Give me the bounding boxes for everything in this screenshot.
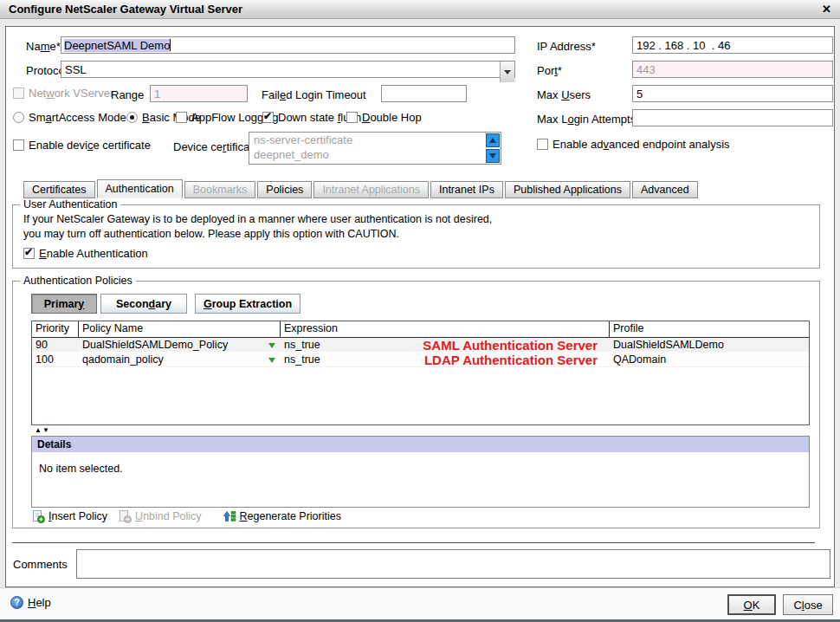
saml-annotation-text: SAML Authentication Server bbox=[423, 338, 610, 353]
tab-certificates[interactable]: Certificates bbox=[23, 181, 95, 198]
tab-intranet-ips[interactable]: Intranet IPs bbox=[430, 181, 503, 198]
splitter-handle[interactable]: ▲▼ bbox=[35, 427, 50, 434]
enable-advanced-endpoint-checkbox-box[interactable] bbox=[537, 139, 548, 150]
port-input bbox=[632, 61, 833, 78]
enable-authentication-checkbox-box[interactable] bbox=[23, 248, 35, 259]
protocol-value: SSL bbox=[65, 62, 87, 77]
authentication-policies-group: Authentication Policies Primary Secondar… bbox=[12, 281, 820, 528]
section-divider bbox=[12, 542, 815, 543]
smartaccess-mode-label: SmartAccess Mode bbox=[29, 111, 126, 124]
basic-mode-radio-circle[interactable] bbox=[126, 112, 138, 123]
enable-advanced-endpoint-checkbox[interactable]: Enable advanced endpoint analysis bbox=[537, 138, 730, 151]
unbind-policy-icon bbox=[118, 509, 132, 523]
title-bar: Configure NetScaler Gateway Virtual Serv… bbox=[0, 0, 840, 19]
double-hop-label: Double Hop bbox=[362, 111, 422, 124]
smartaccess-radio-circle[interactable] bbox=[13, 112, 24, 123]
policy-name-cell: DualShieldSAMLDemo_Policy bbox=[79, 339, 281, 352]
user-auth-warning-line2: you may turn off authentication below. P… bbox=[23, 228, 399, 240]
double-hop-checkbox[interactable]: Double Hop bbox=[346, 111, 422, 124]
policies-table-header: Priority Policy Name Expression Profile bbox=[32, 321, 809, 338]
name-label: Name* bbox=[26, 40, 61, 53]
policy-row-ldap[interactable]: 100 qadomain_policy ns_trueLDAP Authenti… bbox=[32, 353, 809, 367]
unbind-policy-label: Unbind Policy bbox=[135, 510, 201, 522]
ip-address-label: IP Address* bbox=[537, 40, 596, 53]
window-title: Configure NetScaler Gateway Virtual Serv… bbox=[9, 3, 242, 16]
close-icon[interactable]: ✕ bbox=[822, 3, 831, 15]
policy-dropdown-icon[interactable] bbox=[268, 358, 275, 366]
details-header: Details bbox=[32, 437, 809, 452]
enable-device-certificate-checkbox[interactable]: Enable device certificate bbox=[13, 139, 151, 152]
column-header-profile[interactable]: Profile bbox=[610, 321, 809, 338]
ca-list-item: ns-server-certificate bbox=[249, 133, 501, 147]
policy-name-cell: qadomain_policy bbox=[79, 353, 281, 366]
configure-netscaler-gateway-dialog: Configure NetScaler Gateway Virtual Serv… bbox=[0, 0, 840, 622]
enable-advanced-endpoint-label: Enable advanced endpoint analysis bbox=[552, 138, 730, 151]
failed-login-timeout-input[interactable] bbox=[381, 85, 467, 102]
enable-authentication-checkbox[interactable]: Enable Authentication bbox=[23, 247, 148, 260]
max-users-input[interactable] bbox=[632, 85, 833, 102]
tab-published-applications[interactable]: Published Applications bbox=[505, 181, 630, 198]
ok-button[interactable]: OK bbox=[727, 594, 776, 615]
help-label: Help bbox=[28, 596, 51, 609]
unbind-policy-button: Unbind Policy bbox=[118, 509, 201, 523]
comments-label: Comments bbox=[13, 558, 68, 571]
name-value-selected: DeepnetSAML Demo bbox=[64, 39, 170, 52]
ip-address-input[interactable] bbox=[632, 36, 833, 54]
enable-device-certificate-checkbox-box[interactable] bbox=[13, 139, 24, 151]
profile-cell: DualShieldSAMLDemo bbox=[610, 339, 809, 351]
failed-login-timeout-label: Failed Login Timeout bbox=[262, 88, 366, 101]
max-login-attempts-label: Max Login Attempts bbox=[537, 113, 636, 126]
tab-authentication[interactable]: Authentication bbox=[97, 179, 183, 198]
regenerate-priorities-label: Regenerate Priorities bbox=[240, 510, 341, 522]
max-users-label: Max Users bbox=[537, 88, 591, 101]
network-vserver-checkbox: Network VServer bbox=[13, 87, 113, 100]
network-vserver-label: Network VServer bbox=[29, 87, 113, 100]
column-header-policy-name[interactable]: Policy Name bbox=[79, 321, 281, 338]
help-button[interactable]: ? Help bbox=[10, 596, 51, 609]
help-icon: ? bbox=[10, 596, 23, 609]
secondary-button[interactable]: Secondary bbox=[100, 294, 187, 314]
policy-row-saml[interactable]: 90 DualShieldSAMLDemo_Policy ns_trueSAML… bbox=[32, 338, 809, 353]
policies-toolbar: Insert Policy Unbind Policy Regenerate P… bbox=[31, 509, 352, 523]
tab-policies[interactable]: Policies bbox=[257, 181, 312, 198]
main-panel: Name* DeepnetSAML Demo IP Address* Proto… bbox=[5, 26, 835, 587]
policy-dropdown-icon[interactable] bbox=[268, 343, 275, 352]
range-input bbox=[150, 85, 248, 102]
bottom-bar: ? Help OK Close bbox=[0, 587, 840, 619]
enable-device-certificate-label: Enable device certificate bbox=[29, 139, 151, 152]
tab-intranet-applications: Intranet Applications bbox=[313, 181, 429, 198]
down-state-flush-checkbox-box[interactable] bbox=[262, 112, 274, 123]
tab-advanced[interactable]: Advanced bbox=[632, 181, 698, 198]
column-header-priority[interactable]: Priority bbox=[32, 321, 79, 338]
expression-cell: ns_trueSAML Authentication Server bbox=[281, 338, 610, 353]
max-login-attempts-input[interactable] bbox=[632, 109, 833, 126]
insert-policy-button[interactable]: Insert Policy bbox=[31, 509, 107, 523]
scroll-up-icon[interactable] bbox=[486, 133, 500, 147]
primary-button[interactable]: Primary bbox=[31, 294, 97, 314]
text-caret bbox=[170, 39, 171, 51]
protocol-dropdown-icon[interactable] bbox=[500, 62, 514, 82]
regenerate-priorities-button[interactable]: Regenerate Priorities bbox=[223, 509, 341, 523]
range-label: Range bbox=[111, 88, 144, 101]
column-header-expression[interactable]: Expression bbox=[281, 321, 610, 338]
details-empty-text: No item selected. bbox=[32, 452, 809, 485]
appflow-checkbox-box[interactable] bbox=[176, 112, 187, 123]
device-certificate-ca-listbox: ns-server-certificate deepnet_demo bbox=[249, 132, 501, 165]
smartaccess-mode-radio[interactable]: SmartAccess Mode bbox=[13, 111, 126, 124]
group-extraction-button[interactable]: Group Extraction bbox=[195, 294, 300, 314]
profile-cell: QADomain bbox=[610, 353, 809, 366]
user-authentication-group: User Authentication If your NetScaler Ga… bbox=[12, 204, 820, 269]
name-input[interactable]: DeepnetSAML Demo bbox=[61, 36, 515, 54]
details-panel: Details No item selected. bbox=[31, 436, 810, 508]
user-auth-warning-line1: If your NetScaler Gateway is to be deplo… bbox=[23, 213, 492, 225]
user-authentication-group-title: User Authentication bbox=[20, 198, 120, 211]
close-button[interactable]: Close bbox=[783, 594, 833, 615]
scroll-down-icon[interactable] bbox=[486, 149, 500, 163]
double-hop-checkbox-box[interactable] bbox=[346, 112, 358, 123]
comments-textarea[interactable] bbox=[76, 549, 830, 579]
tab-strip: Certificates Authentication Bookmarks Po… bbox=[23, 179, 829, 198]
port-label: Port* bbox=[537, 64, 562, 77]
protocol-select[interactable]: SSL bbox=[61, 61, 515, 78]
ldap-annotation-text: LDAP Authentication Server bbox=[424, 353, 610, 367]
insert-policy-icon bbox=[31, 509, 45, 523]
